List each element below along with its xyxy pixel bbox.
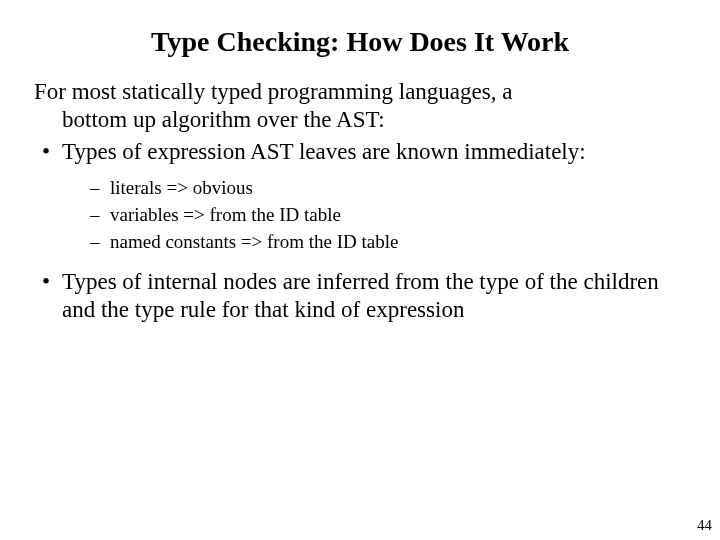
sub-bullet-3: named constants => from the ID table <box>62 230 686 253</box>
slide: Type Checking: How Does It Work For most… <box>0 0 720 540</box>
sub-bullet-1: literals => obvious <box>62 176 686 199</box>
slide-body: For most statically typed programming la… <box>34 78 686 324</box>
bullet-item-1: Types of expression AST leaves are known… <box>34 138 686 254</box>
intro-line-2: bottom up algorithm over the AST: <box>62 107 385 132</box>
intro-text: For most statically typed programming la… <box>34 78 686 134</box>
bullet-list: Types of expression AST leaves are known… <box>34 138 686 324</box>
bullet-item-2: Types of internal nodes are inferred fro… <box>34 268 686 324</box>
intro-line-1: For most statically typed programming la… <box>34 79 512 104</box>
bullet-item-2-text: Types of internal nodes are inferred fro… <box>62 269 659 322</box>
slide-title: Type Checking: How Does It Work <box>34 26 686 58</box>
sub-bullet-list: literals => obvious variables => from th… <box>62 176 686 254</box>
page-number: 44 <box>697 517 712 534</box>
sub-bullet-2: variables => from the ID table <box>62 203 686 226</box>
bullet-item-1-text: Types of expression AST leaves are known… <box>62 139 586 164</box>
